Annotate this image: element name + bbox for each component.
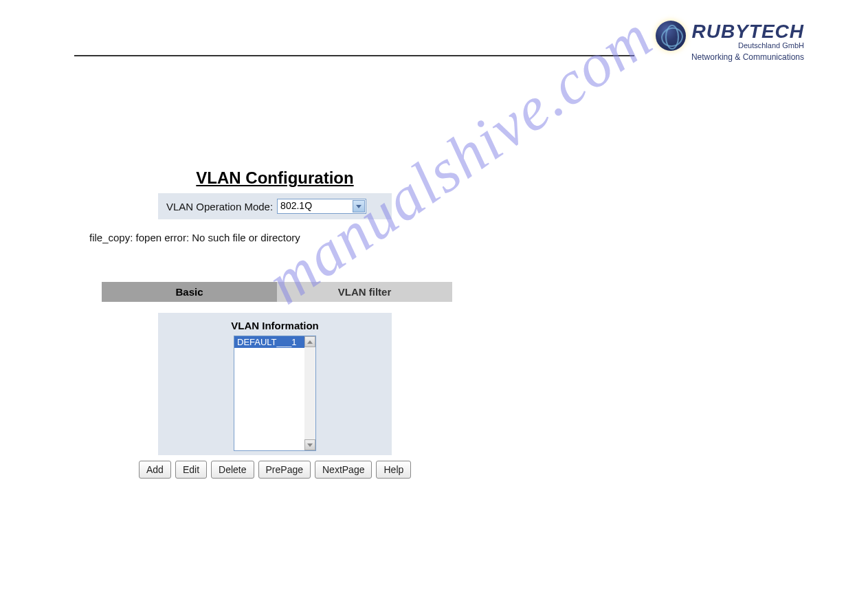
- vlan-mode-label: VLAN Operation Mode:: [166, 201, 273, 212]
- list-item[interactable]: DEFAULT___1: [234, 336, 304, 348]
- add-button[interactable]: Add: [139, 461, 171, 479]
- scrollbar[interactable]: [304, 336, 315, 450]
- brand-name: RUBYTECH: [691, 22, 804, 41]
- brand-logo: RUBYTECH Deutschland GmbH Networking & C…: [656, 21, 804, 62]
- button-row: Add Edit Delete PrePage NextPage Help: [139, 461, 543, 479]
- main-content: VLAN Configuration VLAN Operation Mode: …: [89, 168, 543, 479]
- brand-tagline: Networking & Communications: [691, 52, 804, 62]
- vlan-mode-value: 802.1Q: [280, 200, 312, 211]
- scroll-down-icon[interactable]: [304, 439, 315, 450]
- chevron-down-icon: [353, 200, 365, 212]
- brand-subtitle: Deutschland GmbH: [691, 41, 804, 50]
- edit-button[interactable]: Edit: [175, 461, 207, 479]
- tab-basic[interactable]: Basic: [102, 282, 277, 302]
- scroll-up-icon[interactable]: [304, 336, 315, 347]
- globe-icon: [656, 21, 686, 51]
- vlan-listbox[interactable]: DEFAULT___1: [234, 336, 316, 451]
- tab-vlan-filter[interactable]: VLAN filter: [277, 282, 452, 302]
- vlan-mode-select[interactable]: 802.1Q: [277, 199, 366, 214]
- error-message: file_copy: fopen error: No such file or …: [89, 232, 543, 243]
- prepage-button[interactable]: PrePage: [258, 461, 311, 479]
- scroll-track[interactable]: [304, 347, 315, 439]
- delete-button[interactable]: Delete: [211, 461, 254, 479]
- page-title: VLAN Configuration: [158, 168, 392, 188]
- header-divider: [74, 55, 634, 56]
- vlan-info-panel: VLAN Information DEFAULT___1: [158, 313, 392, 455]
- tab-bar: Basic VLAN filter: [102, 282, 452, 302]
- help-button[interactable]: Help: [376, 461, 411, 479]
- vlan-mode-bar: VLAN Operation Mode: 802.1Q: [158, 193, 392, 219]
- nextpage-button[interactable]: NextPage: [315, 461, 372, 479]
- vlan-info-title: VLAN Information: [231, 320, 319, 331]
